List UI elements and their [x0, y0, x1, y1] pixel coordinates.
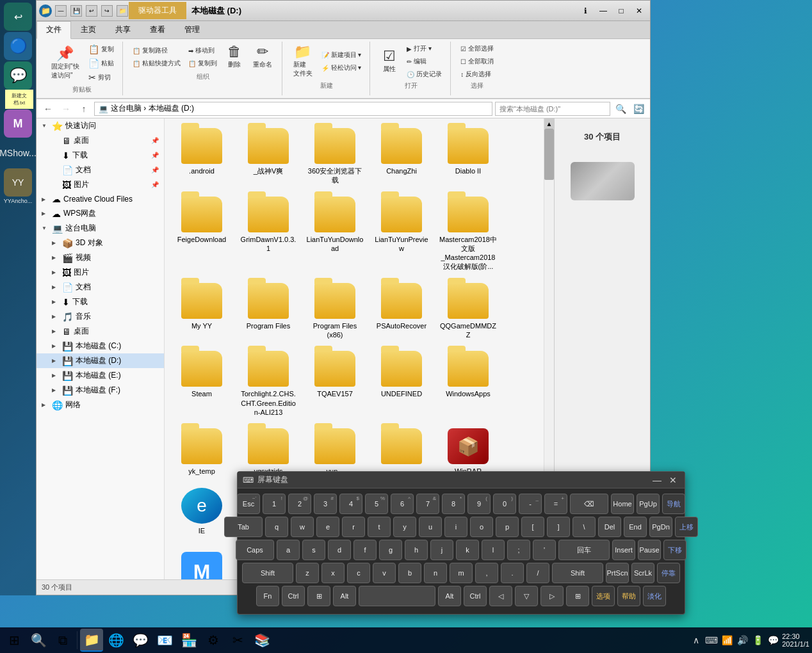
file-tqaev[interactable]: TQAEV157 [303, 346, 367, 421]
paste-btn[interactable]: 📄粘贴 [85, 57, 117, 70]
key-8[interactable]: 8* [442, 494, 465, 514]
quick-save-btn[interactable]: 💾 [70, 5, 82, 17]
file-myyy[interactable]: My YY [170, 278, 234, 344]
key-lctrl[interactable]: Ctrl [282, 586, 305, 606]
file-winapps[interactable]: WindowsApps [436, 346, 500, 421]
key-down-arrow[interactable]: 下移 [663, 540, 686, 560]
key-rwin[interactable]: ⊞ [566, 586, 589, 606]
key-help[interactable]: 帮助 [617, 586, 640, 606]
key-y[interactable]: y [393, 517, 416, 537]
key-esc[interactable]: Esc~` [237, 494, 260, 514]
file-feige[interactable]: FeigeDownload [170, 192, 234, 276]
window-close[interactable]: ✕ [631, 4, 647, 17]
key-k[interactable]: k [456, 540, 479, 560]
key-2[interactable]: 2@ [288, 494, 311, 514]
sidebar-item-music[interactable]: ▶ 🎵 音乐 [37, 309, 164, 324]
sidebar-item-video[interactable]: ▶ 🎬 视频 [37, 250, 164, 265]
paste-shortcut-btn[interactable]: 📋粘贴快捷方式 [129, 58, 184, 69]
window-maximize[interactable]: □ [613, 4, 629, 17]
browser-btn[interactable]: 🌐 [104, 629, 127, 652]
taskview-btn[interactable]: ⧉ [51, 629, 74, 652]
key-e[interactable]: e [316, 517, 339, 537]
key-r[interactable]: r [342, 517, 365, 537]
app-recycle[interactable]: ↩ [4, 3, 32, 31]
sidebar-item-3d[interactable]: ▶ 📦 3D 对象 [37, 236, 164, 250]
key-0[interactable]: 0) [493, 494, 516, 514]
file-m-app[interactable]: M M... [170, 547, 234, 579]
file-programfiles-x86[interactable]: Program Files (x86) [303, 278, 367, 344]
sidebar-quick-access[interactable]: ▼ ⭐ 快速访问 [37, 118, 164, 133]
start-btn[interactable]: ⊞ [3, 629, 26, 652]
key-end[interactable]: End [624, 517, 647, 537]
key-n[interactable]: n [424, 563, 447, 583]
file-diablo[interactable]: Diablo II [436, 124, 500, 189]
up-btn[interactable]: ↑ [76, 102, 92, 116]
key-tab[interactable]: Tab [224, 517, 263, 537]
key-down[interactable]: ▽ [515, 586, 538, 606]
key-v[interactable]: v [373, 563, 396, 583]
key-up-arrow[interactable]: 上移 [675, 517, 698, 537]
key-j[interactable]: j [430, 540, 453, 560]
snip-btn[interactable]: ✂ [226, 629, 249, 652]
key-scrlk[interactable]: ScrLk [631, 563, 654, 583]
key-nav[interactable]: 导航 [662, 494, 685, 514]
sidebar-item-download2[interactable]: ▶ ⬇ 下载 [37, 294, 164, 309]
key-fade[interactable]: 淡化 [643, 586, 666, 606]
key-pgdn[interactable]: PgDn [649, 517, 672, 537]
key-backslash[interactable]: \ [572, 517, 596, 537]
key-1[interactable]: 1! [263, 494, 286, 514]
explorer-btn[interactable]: 📁 [80, 629, 103, 652]
window-info-btn[interactable]: ℹ [577, 4, 594, 17]
settings-btn[interactable]: ⚙ [202, 629, 225, 652]
easy-access-btn[interactable]: ⚡轻松访问 ▾ [318, 62, 365, 74]
key-rctrl[interactable]: Ctrl [464, 586, 487, 606]
key-home[interactable]: Home [611, 494, 634, 514]
key-6[interactable]: 6^ [391, 494, 414, 514]
key-u[interactable]: u [419, 517, 442, 537]
key-7[interactable]: 7& [416, 494, 439, 514]
file-programfiles[interactable]: Program Files [236, 278, 300, 344]
key-4[interactable]: 4$ [339, 494, 362, 514]
mail-btn[interactable]: 📧 [153, 629, 176, 652]
file-psauto[interactable]: PSAutoRecover [369, 278, 434, 344]
file-qqgame[interactable]: QQGameDMMDZZ [436, 278, 500, 344]
driver-tools-tab[interactable]: 驱动器工具 [129, 2, 186, 19]
sidebar-item-drive-d[interactable]: ▶ 💾 本地磁盘 (D:) [37, 353, 164, 368]
store-btn[interactable]: 🏪 [177, 629, 200, 652]
sidebar-item-this-pc[interactable]: ▼ 💻 这台电脑 [37, 221, 164, 236]
key-left[interactable]: ◁ [489, 586, 512, 606]
delete-btn[interactable]: 🗑 删除 [222, 43, 247, 71]
file-torchlight[interactable]: Torchlight.2.CHS.CHT.Green.Edition-ALI21… [236, 346, 300, 421]
sidebar-item-pics2[interactable]: ▶ 🖼 图片 [37, 265, 164, 280]
key-p[interactable]: p [496, 517, 519, 537]
refresh-btn[interactable]: 🔄 [631, 102, 646, 116]
key-c[interactable]: c [347, 563, 370, 583]
search-btn[interactable]: 🔍 [27, 629, 50, 652]
sidebar-item-desktop1[interactable]: 🖥 桌面 📌 [37, 133, 164, 148]
key-pause[interactable]: Pause [638, 540, 661, 560]
file-liantu-dl[interactable]: LianTuYunDownload [303, 192, 367, 276]
key-x[interactable]: x [321, 563, 345, 583]
sidebar-item-network[interactable]: ▶ 🌐 网络 [37, 398, 164, 412]
file-360[interactable]: 360安全浏览器下载 [303, 124, 367, 189]
new-folder-btn[interactable]: 📁 新建文件夹 [289, 43, 317, 80]
tray-network[interactable]: 📶 [720, 634, 733, 647]
file-android[interactable]: .android [170, 124, 234, 189]
minimize-restore-btn[interactable]: — [55, 5, 67, 17]
copy-to-btn[interactable]: 📋复制到 [185, 58, 220, 69]
osk-close[interactable]: ✕ [667, 475, 679, 485]
select-all-btn[interactable]: ☑全部选择 [457, 43, 497, 54]
history-btn[interactable]: 🕒历史记录 [403, 69, 445, 80]
key-insert[interactable]: Insert [612, 540, 635, 560]
scroll-thumb[interactable] [544, 129, 554, 180]
key-3[interactable]: 3# [314, 494, 337, 514]
tray-volume[interactable]: 🔊 [736, 634, 749, 647]
key-backspace[interactable]: ⌫ [570, 494, 608, 514]
new-item-btn[interactable]: 📝新建项目 ▾ [318, 49, 365, 61]
key-prtscn[interactable]: PrtScn [606, 563, 629, 583]
undo-btn[interactable]: ↩ [86, 5, 97, 17]
key-w[interactable]: w [291, 517, 314, 537]
file-grimdawn[interactable]: GrimDawnV1.0.3.1 [236, 192, 300, 276]
key-rshift[interactable]: Shift [552, 563, 603, 583]
key-t[interactable]: t [368, 517, 391, 537]
